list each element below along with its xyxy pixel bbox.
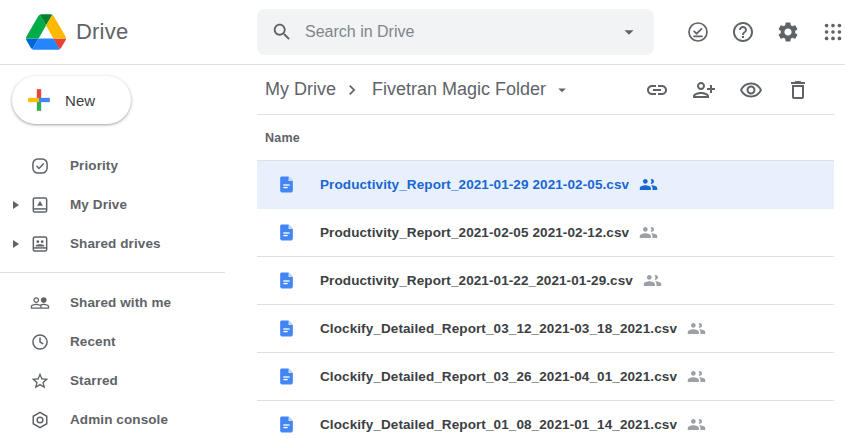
shared-people-icon <box>643 271 662 290</box>
shared-drives-icon <box>30 234 50 254</box>
trash-icon[interactable] <box>786 78 810 102</box>
shared-people-icon <box>639 223 658 242</box>
sidebar-item-label: My Drive <box>70 197 127 212</box>
sidebar-item-label: Starred <box>70 373 118 388</box>
file-row[interactable]: Clockify_Detailed_Report_03_12_2021-03_1… <box>257 305 834 353</box>
csv-file-icon <box>277 415 296 434</box>
sidebar-item-priority[interactable]: Priority <box>0 146 257 185</box>
shared-people-icon <box>687 319 706 338</box>
sidebar-item-label: Recent <box>70 334 116 349</box>
shared-people-icon <box>687 367 706 386</box>
search-input[interactable] <box>305 23 618 41</box>
my-drive-icon <box>30 195 50 215</box>
drive-logo-icon <box>26 14 66 50</box>
file-row[interactable]: Productivity_Report_2021-02-05 2021-02-1… <box>257 209 834 257</box>
file-row[interactable]: Clockify_Detailed_Report_03_26_2021-04_0… <box>257 353 834 401</box>
apps-grid-icon[interactable] <box>821 20 845 44</box>
file-name: Productivity_Report_2021-02-05 2021-02-1… <box>320 225 629 240</box>
main-area: New Priority My <box>0 65 845 439</box>
file-list: Productivity_Report_2021-01-29 2021-02-0… <box>257 161 834 439</box>
expand-arrow-icon[interactable] <box>13 240 19 248</box>
starred-icon <box>30 371 50 391</box>
file-name: Productivity_Report_2021-01-22_2021-01-2… <box>320 273 633 288</box>
csv-file-icon <box>277 367 296 386</box>
topbar: Drive <box>0 0 845 65</box>
sidebar-item-label: Admin console <box>70 412 168 427</box>
breadcrumb-current-folder[interactable]: Fivetran Magic Folder <box>372 79 546 100</box>
shared-with-me-icon <box>30 293 50 313</box>
file-row[interactable]: Productivity_Report_2021-01-22_2021-01-2… <box>257 257 834 305</box>
column-header-name[interactable]: Name <box>257 115 834 161</box>
search-icon <box>271 21 293 43</box>
offline-status-icon[interactable] <box>686 20 710 44</box>
sidebar: New Priority My <box>0 65 257 439</box>
csv-file-icon <box>277 271 296 290</box>
search-bar[interactable] <box>257 9 654 55</box>
name-header-label: Name <box>265 131 300 145</box>
content-area: My Drive Fivetran Magic Folder <box>257 65 834 439</box>
file-name: Clockify_Detailed_Report_01_08_2021-01_1… <box>320 417 677 432</box>
help-icon[interactable] <box>731 20 755 44</box>
new-button[interactable]: New <box>12 76 131 124</box>
sidebar-item-my-drive[interactable]: My Drive <box>0 185 257 224</box>
chevron-right-icon <box>342 80 362 100</box>
csv-file-icon <box>277 175 296 194</box>
share-person-add-icon[interactable] <box>692 78 716 102</box>
file-name: Clockify_Detailed_Report_03_12_2021-03_1… <box>320 321 677 336</box>
sidebar-item-shared-drives[interactable]: Shared drives <box>0 224 257 263</box>
topbar-icon-group <box>686 20 845 44</box>
file-name: Clockify_Detailed_Report_03_26_2021-04_0… <box>320 369 677 384</box>
file-action-toolbar <box>645 78 834 102</box>
sidebar-item-label: Priority <box>70 158 118 173</box>
sidebar-item-label: Shared drives <box>70 236 161 251</box>
shared-people-icon <box>687 415 706 434</box>
file-row[interactable]: Productivity_Report_2021-01-29 2021-02-0… <box>257 161 834 209</box>
breadcrumb: My Drive Fivetran Magic Folder <box>257 65 834 115</box>
new-button-label: New <box>65 92 95 109</box>
recent-icon <box>30 332 50 352</box>
sidebar-items: Priority My Drive <box>0 146 257 439</box>
sidebar-item-label: Shared with me <box>70 295 171 310</box>
sidebar-item-admin-console[interactable]: Admin console <box>0 400 257 439</box>
app-name: Drive <box>76 19 128 45</box>
search-options-caret-icon[interactable] <box>618 21 640 43</box>
file-row[interactable]: Clockify_Detailed_Report_01_08_2021-01_1… <box>257 401 834 439</box>
get-link-icon[interactable] <box>645 78 669 102</box>
breadcrumb-my-drive[interactable]: My Drive <box>265 79 336 100</box>
admin-console-icon <box>30 410 50 430</box>
expand-arrow-icon[interactable] <box>13 201 19 209</box>
folder-menu-caret-icon[interactable] <box>553 81 571 99</box>
sidebar-item-shared-with-me[interactable]: Shared with me <box>0 283 257 322</box>
csv-file-icon <box>277 223 296 242</box>
preview-eye-icon[interactable] <box>739 78 763 102</box>
settings-icon[interactable] <box>776 20 800 44</box>
file-name: Productivity_Report_2021-01-29 2021-02-0… <box>320 177 629 192</box>
sidebar-item-starred[interactable]: Starred <box>0 361 257 400</box>
google-drive-app: Drive <box>0 0 845 439</box>
drive-home-link[interactable]: Drive <box>0 14 257 50</box>
priority-icon <box>30 156 50 176</box>
shared-people-icon <box>639 175 658 194</box>
multicolor-plus-icon <box>26 87 52 113</box>
sidebar-item-recent[interactable]: Recent <box>0 322 257 361</box>
sidebar-divider <box>0 272 225 273</box>
csv-file-icon <box>277 319 296 338</box>
